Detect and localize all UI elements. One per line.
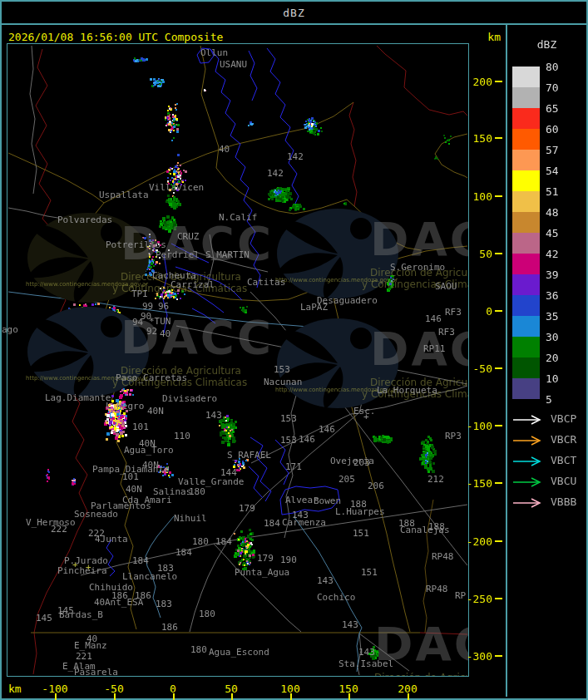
y-tick-mark bbox=[495, 137, 502, 139]
dbz-scale-label: 48 bbox=[546, 206, 559, 219]
dbz-scale-label: 57 bbox=[546, 144, 559, 156]
dbz-scale-box bbox=[512, 233, 540, 254]
vector-arrow-icon bbox=[512, 498, 544, 508]
y-tick-label: 200 bbox=[457, 76, 492, 88]
place-label: Agua_Escond bbox=[209, 647, 269, 658]
y-tick-mark bbox=[495, 482, 502, 484]
place-label: 222 bbox=[51, 524, 67, 535]
x-axis-unit-label: km bbox=[8, 683, 22, 695]
place-label: Perdriel bbox=[156, 249, 200, 260]
y-tick-label: -100 bbox=[457, 420, 492, 432]
dbz-scale-box bbox=[512, 87, 540, 108]
place-label: 179 bbox=[257, 553, 274, 564]
y-tick-mark bbox=[495, 81, 502, 82]
place-label: 40 bbox=[94, 597, 105, 608]
place-label: Bowen bbox=[314, 495, 341, 506]
place-label: N.Calif bbox=[219, 212, 257, 223]
place-label: 146 bbox=[299, 434, 315, 445]
place-label: SAOU bbox=[435, 281, 457, 292]
vector-legend-row: VBCT bbox=[512, 454, 544, 471]
dbz-scale-box bbox=[512, 212, 540, 233]
dbz-scale-label: 65 bbox=[546, 102, 559, 115]
place-label: 143 bbox=[317, 575, 334, 586]
vector-legend-label: VBCU bbox=[551, 475, 576, 487]
y-tick-label: -150 bbox=[457, 477, 492, 490]
place-label: 143 bbox=[342, 619, 358, 630]
x-tick-mark bbox=[173, 693, 175, 700]
place-label: 212 bbox=[427, 474, 444, 485]
place-label: RP48 bbox=[426, 584, 448, 594]
dbz-scale-label: 54 bbox=[546, 165, 559, 177]
place-label: 184 bbox=[175, 547, 192, 558]
dbz-scale-box bbox=[512, 191, 540, 212]
place-label: Llancanelo bbox=[122, 571, 177, 582]
place-label: 184 bbox=[215, 536, 232, 547]
place-label: 171 bbox=[285, 461, 302, 472]
main-content: 2026/01/08 16:56:00 UTC Composite km DAC… bbox=[2, 25, 586, 697]
legend-panel: dBZ 807065605754514845423936353020105 VB… bbox=[506, 25, 586, 697]
dbz-scale-label: 30 bbox=[546, 331, 559, 343]
place-label: 183 bbox=[156, 599, 172, 609]
place-label: Nihuil bbox=[174, 513, 207, 524]
watermark-url: http://www.contingencias.mendoza.gov.ar bbox=[275, 277, 398, 283]
place-label: Pasarela bbox=[74, 667, 118, 678]
place-label: 143 bbox=[358, 647, 375, 658]
place-label: S.Geronimo bbox=[390, 262, 445, 273]
place-label: 146 bbox=[319, 424, 335, 435]
place-label: 184 bbox=[132, 555, 149, 566]
place-label: Villavicen bbox=[149, 182, 204, 193]
place-label: Paso_Carretas bbox=[116, 372, 187, 383]
dbz-scale-label: 51 bbox=[546, 185, 559, 198]
place-label: 190 bbox=[280, 555, 297, 565]
place-label: 110 bbox=[174, 431, 190, 441]
vector-legend-row: VBBB bbox=[512, 495, 544, 512]
vector-legend-row: VBCR bbox=[512, 433, 544, 450]
place-label: 142 bbox=[267, 168, 284, 179]
y-tick-mark bbox=[495, 367, 502, 369]
vector-arrow-icon bbox=[512, 415, 544, 425]
place-label: 153 bbox=[280, 413, 297, 424]
dbz-scale-label: 10 bbox=[546, 372, 559, 385]
place-label: 94 bbox=[132, 317, 143, 328]
place-label: RP48 bbox=[432, 551, 454, 562]
place-label: 153 bbox=[274, 364, 290, 375]
place-label: Uspallata bbox=[99, 190, 149, 200]
dbz-scale-box bbox=[512, 357, 540, 378]
place-label: 145 bbox=[36, 613, 52, 624]
place-label: 143 bbox=[205, 410, 222, 421]
dbz-scale-box bbox=[512, 170, 540, 191]
place-label: Carrizal bbox=[170, 279, 215, 290]
place-label: Punta_Agua bbox=[235, 567, 289, 578]
vector-arrow-icon bbox=[512, 477, 544, 487]
y-tick-mark bbox=[495, 655, 502, 657]
dbz-scale-label: 36 bbox=[546, 289, 559, 302]
vector-legend-row: VBCU bbox=[512, 475, 544, 491]
x-tick-mark bbox=[290, 693, 292, 700]
place-label: Bardas_B bbox=[59, 609, 103, 620]
place-label: L.Negro bbox=[106, 401, 144, 412]
place-label: La_Horqueta bbox=[377, 385, 437, 396]
place-label: 206 bbox=[368, 481, 384, 491]
dbz-scale-label: 5 bbox=[546, 393, 552, 406]
place-label: 151 bbox=[353, 528, 369, 539]
place-label: L.Huarpes bbox=[335, 506, 385, 517]
place-label: 40N bbox=[126, 484, 142, 495]
dbz-scale-box bbox=[512, 67, 540, 87]
place-label: TPI bbox=[131, 288, 148, 299]
place-label: 205 bbox=[338, 474, 355, 485]
color-scale-title: dBZ bbox=[507, 38, 586, 51]
place-label: Cochico bbox=[317, 592, 355, 603]
dbz-scale-box bbox=[512, 254, 540, 274]
dbz-scale-label: 70 bbox=[546, 81, 559, 94]
vector-legend-row: VBCP bbox=[512, 412, 544, 429]
dbz-scale-label: 35 bbox=[546, 310, 559, 323]
place-label: USANU bbox=[220, 59, 247, 70]
place-label: 4Junta bbox=[95, 534, 128, 545]
y-tick-label: 0 bbox=[457, 305, 492, 318]
place-label: 101 bbox=[122, 471, 139, 482]
place-label: RP11 bbox=[423, 343, 446, 354]
place-label: 188 bbox=[428, 521, 445, 532]
place-label: Agua_Toro bbox=[124, 445, 174, 456]
y-tick-label: -200 bbox=[457, 535, 492, 548]
place-label: 143 bbox=[292, 510, 309, 520]
